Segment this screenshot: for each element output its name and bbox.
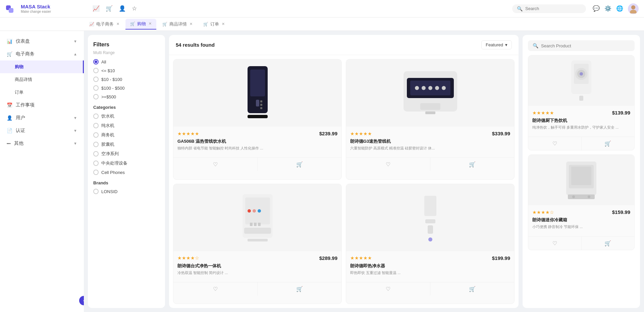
wishlist-btn-2[interactable]: ♡ <box>346 158 430 171</box>
product-image-5 <box>346 184 514 251</box>
ecommerce-icon: 🛒 <box>7 51 12 57</box>
chat-icon[interactable]: 💬 <box>593 5 600 12</box>
product-desc-2: 六重智能防护 高原模式 精准控温 硅胶密封设计 休... <box>350 146 510 151</box>
cart-icon[interactable]: 🛒 <box>106 5 113 12</box>
product-rating-4: ★★★★☆ <box>177 255 199 261</box>
filter-all[interactable]: All <box>93 59 160 64</box>
svg-rect-45 <box>571 167 591 185</box>
sidebar-other-label: 其他 <box>14 140 23 146</box>
trending-icon[interactable]: 📈 <box>93 5 100 12</box>
wishlist-btn-5[interactable]: ♡ <box>346 282 430 296</box>
sidebar-item-shopping[interactable]: 购物 <box>0 60 84 73</box>
product-top-5: ★★★★★ $199.99 <box>350 255 510 261</box>
cat-air[interactable]: 空净系列 <box>93 151 160 157</box>
filter-10-100[interactable]: $10 - $100 <box>93 77 160 82</box>
cart-btn-5[interactable]: 🛒 <box>430 282 514 296</box>
filters-section-label: Multi Range <box>93 50 160 55</box>
cat-drinking[interactable]: 饮水机 <box>93 113 160 119</box>
tab-order-icon: 🛒 <box>203 22 208 27</box>
tab-order[interactable]: 🛒 订单 ✕ <box>199 19 229 29</box>
cart-btn-6[interactable]: 🛒 <box>582 237 635 250</box>
cart-btn-2[interactable]: 🛒 <box>430 158 514 171</box>
wishlist-btn-3[interactable]: ♡ <box>528 137 582 150</box>
product-actions-5: ♡ 🛒 <box>346 282 514 296</box>
sidebar-item-ecommerce[interactable]: 🛒 电子商务 ▲ <box>0 48 84 60</box>
cart-btn-4[interactable]: 🛒 <box>258 282 341 296</box>
radio-lte10[interactable] <box>93 68 99 73</box>
cat-capsule[interactable]: 胶囊机 <box>93 141 160 147</box>
cart-btn-3[interactable]: 🛒 <box>582 137 635 150</box>
sidebar-item-dashboard[interactable]: 📊 仪表盘 ▼ <box>0 35 84 48</box>
tab-shopping-label: 购物 <box>137 21 146 27</box>
filter-gte500[interactable]: >=$500 <box>93 94 160 99</box>
sidebar-item-other[interactable]: ••• 其他 ▼ <box>0 137 84 150</box>
radio-cellphones[interactable] <box>93 170 99 175</box>
svg-rect-1 <box>9 8 13 13</box>
global-search-input[interactable] <box>525 6 581 11</box>
tab-ecommerce-close[interactable]: ✕ <box>116 22 119 26</box>
svg-point-24 <box>248 209 251 213</box>
svg-rect-7 <box>256 100 259 106</box>
product-image-3 <box>528 55 634 106</box>
global-search[interactable]: 🔍 <box>512 4 586 13</box>
tab-ecommerce-label: 电子商务 <box>96 21 114 27</box>
radio-gte500[interactable] <box>93 94 99 99</box>
product-card-2: ★★★★★ $339.99 朗诗德G3速热管线机 六重智能防护 高原模式 精准控… <box>346 59 515 180</box>
filter-gte500-label: >=$500 <box>101 94 116 99</box>
sidebar-item-product-detail[interactable]: 商品详情 <box>0 73 84 86</box>
sidebar-item-auth[interactable]: 📄 认证 ▼ <box>0 124 84 137</box>
radio-business[interactable] <box>93 132 99 138</box>
user-icon[interactable]: 👤 <box>119 5 126 12</box>
tab-shopping-close[interactable]: ✕ <box>149 21 152 26</box>
wishlist-btn-6[interactable]: ♡ <box>528 237 582 250</box>
radio-10-100[interactable] <box>93 77 99 82</box>
brand-lonsid-label: LONSID <box>101 189 117 194</box>
radio-central[interactable] <box>93 161 99 166</box>
sidebar-toggle[interactable]: ‹ <box>79 296 84 305</box>
tab-product-detail[interactable]: 🛒 商品详情 ✕ <box>158 19 197 29</box>
wishlist-btn-4[interactable]: ♡ <box>173 282 258 296</box>
tab-ecommerce[interactable]: 📈 电子商务 ✕ <box>85 19 124 29</box>
wishlist-btn-1[interactable]: ♡ <box>173 158 258 171</box>
search-product-box[interactable]: 🔍 <box>528 40 635 51</box>
svg-point-36 <box>428 237 432 241</box>
brand-lonsid[interactable]: LONSID <box>93 189 160 194</box>
cat-central[interactable]: 中央处理设备 <box>93 160 160 166</box>
tab-shopping-icon: 🛒 <box>130 21 135 26</box>
search-product-input[interactable] <box>541 43 630 48</box>
cat-business[interactable]: 商务机 <box>93 132 160 138</box>
filter-lte10[interactable]: <= $10 <box>93 68 160 73</box>
sidebar-item-users[interactable]: 👤 用户 ▼ <box>0 112 84 124</box>
radio-drinking[interactable] <box>93 114 99 119</box>
filter-100-500[interactable]: $100 - $500 <box>93 85 160 91</box>
radio-air[interactable] <box>93 151 99 157</box>
sort-button[interactable]: Featured ▾ <box>481 40 512 49</box>
radio-all[interactable] <box>93 59 99 64</box>
cart-btn-1[interactable]: 🛒 <box>258 158 341 171</box>
star-icon[interactable]: ☆ <box>132 5 137 12</box>
sidebar-item-tasks[interactable]: 📅 工作事项 <box>0 99 84 112</box>
svg-rect-46 <box>568 194 595 199</box>
brand-name: MASA Stack <box>21 4 51 10</box>
svg-point-41 <box>580 72 583 76</box>
search-panel: 🔍 ★★★★★ <box>523 35 640 308</box>
radio-lonsid[interactable] <box>93 189 99 194</box>
tab-shopping[interactable]: 🛒 购物 ✕ <box>125 19 156 30</box>
sidebar-item-order[interactable]: 订单 <box>0 86 84 99</box>
tab-order-close[interactable]: ✕ <box>222 22 225 26</box>
cat-cellphones[interactable]: Cell Phones <box>93 170 160 175</box>
translate-icon[interactable]: 🌐 <box>616 5 623 12</box>
brands-title: Brands <box>93 180 160 185</box>
cat-pure[interactable]: 纯水机 <box>93 123 160 129</box>
cat-drinking-label: 饮水机 <box>101 113 114 119</box>
products-header: 54 results found Featured ▾ <box>169 35 519 55</box>
radio-100-500[interactable] <box>93 85 99 91</box>
radio-pure[interactable] <box>93 123 99 128</box>
product-price-6: $159.99 <box>612 209 630 215</box>
svg-rect-21 <box>425 112 435 114</box>
avatar[interactable] <box>628 3 639 14</box>
tab-product-detail-close[interactable]: ✕ <box>190 22 193 26</box>
radio-capsule[interactable] <box>93 142 99 147</box>
product-actions-6: ♡ 🛒 <box>528 236 634 250</box>
settings-icon[interactable]: ⚙️ <box>604 5 611 12</box>
